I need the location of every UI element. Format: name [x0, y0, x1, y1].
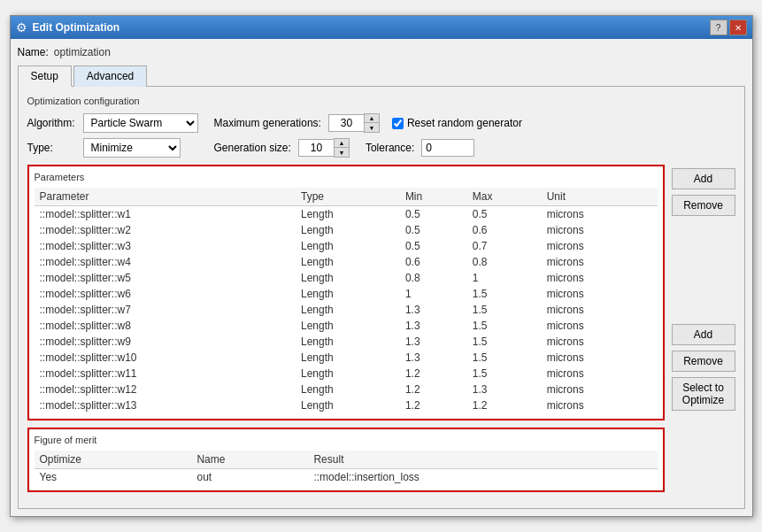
table-row[interactable]: ::model::splitter::w7Length1.31.5microns	[35, 302, 658, 318]
fom-remove-button[interactable]: Remove	[672, 351, 735, 372]
table-row[interactable]: ::model::splitter::w1Length0.50.5microns	[35, 206, 658, 223]
fom-panel: Figure of merit Optimize Name Result	[27, 428, 665, 492]
gen-size-label: Generation size:	[214, 142, 291, 154]
max-gen-input[interactable]	[328, 114, 364, 132]
config-row-1: Algorithm: Particle Swarm Genetic Gradie…	[27, 113, 735, 133]
side-buttons: Add Remove Add Remove Select to Optimize	[672, 165, 735, 499]
tolerance-label: Tolerance:	[366, 142, 414, 154]
tolerance-input[interactable]	[421, 139, 474, 157]
optimization-config-label: Optimization configuration	[27, 96, 735, 106]
type-label: Type:	[27, 142, 76, 154]
main-window: ⚙ Edit Optimization ? ✕ Name: optimizati…	[10, 15, 753, 517]
reset-random-row: Reset random generator	[392, 117, 522, 129]
tab-content: Optimization configuration Algorithm: Pa…	[18, 86, 745, 509]
parameters-table: Parameter Type Min Max Unit ::model::spl…	[35, 188, 658, 413]
table-row[interactable]: ::model::splitter::w9Length1.31.5microns	[35, 334, 658, 350]
algorithm-label: Algorithm:	[27, 117, 76, 129]
window-icon: ⚙	[16, 20, 27, 35]
fom-add-button[interactable]: Add	[672, 324, 735, 345]
window-title: Edit Optimization	[33, 21, 120, 34]
name-row: Name: optimization	[18, 46, 745, 58]
fom-col-optimize: Optimize	[35, 451, 192, 469]
table-row[interactable]: ::model::splitter::w3Length0.50.7microns	[35, 238, 658, 254]
table-row[interactable]: ::model::splitter::w10Length1.31.5micron…	[35, 350, 658, 366]
table-row[interactable]: ::model::splitter::w5Length0.81microns	[35, 270, 658, 286]
parameters-title: Parameters	[35, 172, 658, 182]
title-bar-buttons: ? ✕	[710, 19, 747, 35]
col-type: Type	[296, 188, 400, 206]
reset-random-label: Reset random generator	[407, 117, 522, 129]
table-row[interactable]: ::model::splitter::w2Length0.50.6microns	[35, 222, 658, 238]
table-row[interactable]: Yesout::model::insertion_loss	[35, 469, 658, 486]
table-row[interactable]: ::model::splitter::w6Length11.5microns	[35, 286, 658, 302]
algorithm-select[interactable]: Particle Swarm Genetic Gradient	[83, 113, 198, 133]
tabs: Setup Advanced	[18, 66, 745, 87]
name-value: optimization	[54, 46, 111, 58]
col-unit: Unit	[542, 188, 658, 206]
tab-setup[interactable]: Setup	[18, 66, 72, 87]
table-row[interactable]: ::model::splitter::w4Length0.60.8microns	[35, 254, 658, 270]
help-button[interactable]: ?	[710, 19, 727, 35]
type-select[interactable]: Minimize Maximize	[83, 138, 181, 158]
title-bar-left: ⚙ Edit Optimization	[16, 20, 120, 35]
col-parameter: Parameter	[35, 188, 296, 206]
parameters-remove-button[interactable]: Remove	[672, 195, 735, 216]
parameters-panel: Parameters Parameter Type Min Max Un	[27, 165, 665, 420]
max-gen-up[interactable]: ▲	[365, 114, 379, 123]
window-body: Name: optimization Setup Advanced Optimi…	[11, 39, 752, 516]
fom-table-wrap: Optimize Name Result Yesout::model::inse…	[35, 451, 658, 485]
select-to-optimize-button[interactable]: Select to Optimize	[672, 377, 735, 411]
fom-col-name: Name	[191, 451, 308, 469]
fom-col-result: Result	[308, 451, 657, 469]
title-bar: ⚙ Edit Optimization ? ✕	[11, 16, 752, 39]
gen-size-spinbox-btns: ▲ ▼	[334, 138, 350, 158]
max-gen-down[interactable]: ▼	[365, 123, 379, 132]
col-max: Max	[467, 188, 542, 206]
fom-table: Optimize Name Result Yesout::model::inse…	[35, 451, 658, 485]
table-row[interactable]: ::model::splitter::w13Length1.21.2micron…	[35, 397, 658, 413]
gen-size-up[interactable]: ▲	[335, 139, 349, 148]
reset-random-checkbox[interactable]	[392, 118, 404, 129]
parameters-add-button[interactable]: Add	[672, 168, 735, 189]
close-button[interactable]: ✕	[729, 19, 747, 35]
max-gen-label: Maximum generations:	[214, 117, 321, 129]
config-row-2: Type: Minimize Maximize Generation size:…	[27, 138, 735, 158]
gen-size-spinbox[interactable]: ▲ ▼	[298, 138, 350, 158]
name-label: Name:	[18, 46, 49, 58]
max-gen-spinbox[interactable]: ▲ ▼	[328, 113, 380, 133]
table-row[interactable]: ::model::splitter::w12Length1.21.3micron…	[35, 382, 658, 397]
table-row[interactable]: ::model::splitter::w8Length1.31.5microns	[35, 318, 658, 334]
gen-size-input[interactable]	[298, 139, 334, 157]
parameters-table-wrap: Parameter Type Min Max Unit ::model::spl…	[35, 188, 658, 413]
col-min: Min	[400, 188, 467, 206]
tab-advanced[interactable]: Advanced	[73, 66, 147, 87]
table-row[interactable]: ::model::splitter::w11Length1.21.5micron…	[35, 366, 658, 382]
fom-title: Figure of merit	[35, 435, 658, 445]
panels-area: Parameters Parameter Type Min Max Un	[27, 165, 665, 499]
gen-size-down[interactable]: ▼	[335, 148, 349, 157]
max-gen-spinbox-btns: ▲ ▼	[364, 113, 380, 133]
main-area: Parameters Parameter Type Min Max Un	[27, 165, 735, 499]
